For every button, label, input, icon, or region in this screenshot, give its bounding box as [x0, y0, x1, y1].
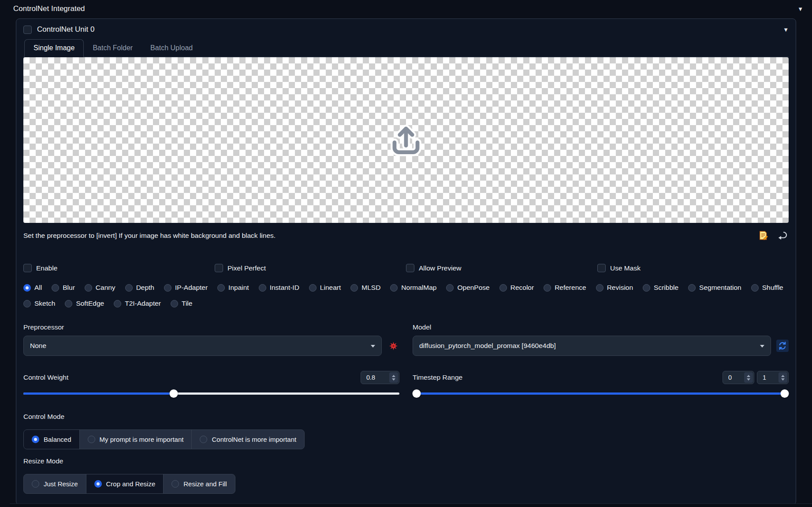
radio-icon	[125, 284, 133, 292]
control-type-blur[interactable]: Blur	[52, 284, 75, 292]
control-type-scribble[interactable]: Scribble	[643, 284, 678, 292]
radio-icon	[164, 284, 171, 292]
radio-label: Instant-ID	[270, 284, 299, 292]
edit-note-icon[interactable]	[758, 230, 769, 241]
preprocessor-column: Preprocessor None	[23, 323, 399, 356]
control-type-shuffle[interactable]: Shuffle	[751, 284, 783, 292]
tab-single-image[interactable]: Single Image	[24, 39, 84, 57]
model-value: diffusion_pytorch_model_promax [9460e4db…	[419, 342, 556, 350]
timestep-range-column: Timestep Range 0 1	[413, 356, 789, 398]
control-weight-value: 0.8	[362, 372, 379, 383]
checkbox-box[interactable]	[23, 264, 32, 272]
checkbox-use-mask[interactable]: Use Mask	[597, 264, 789, 272]
model-label: Model	[413, 323, 789, 331]
resize-mode-crop-and-resize[interactable]: Crop and Resize	[86, 474, 164, 493]
model-dropdown[interactable]: diffusion_pytorch_model_promax [9460e4db…	[413, 336, 771, 356]
control-type-openpose[interactable]: OpenPose	[446, 284, 489, 292]
slider-handle[interactable]	[170, 389, 178, 398]
control-weight-input[interactable]: 0.8	[361, 371, 399, 384]
radio-label: IP-Adapter	[175, 284, 208, 292]
unit-enable-checkbox[interactable]	[23, 26, 32, 34]
radio-label: Inpaint	[228, 284, 249, 292]
radio-icon	[171, 480, 179, 488]
timestep-start-stepper[interactable]	[744, 372, 753, 383]
control-type-recolor[interactable]: Recolor	[499, 284, 534, 292]
radio-icon	[32, 480, 39, 488]
step-down-icon[interactable]	[781, 378, 785, 382]
control-type-sketch[interactable]: Sketch	[23, 300, 55, 307]
radio-icon	[88, 436, 95, 443]
step-down-icon[interactable]	[747, 378, 750, 382]
checkbox-box[interactable]	[597, 264, 606, 272]
control-mode-balanced[interactable]: Balanced	[24, 430, 80, 449]
control-type-lineart[interactable]: Lineart	[309, 284, 341, 292]
step-up-icon[interactable]	[747, 373, 750, 377]
radio-icon	[499, 284, 507, 292]
radio-label: MLSD	[361, 284, 380, 292]
step-up-icon[interactable]	[781, 373, 785, 377]
slider-fill	[23, 392, 174, 395]
timestep-range-slider[interactable]	[413, 389, 789, 398]
control-type-softedge[interactable]: SoftEdge	[65, 300, 104, 307]
control-type-inpaint[interactable]: Inpaint	[217, 284, 249, 292]
control-mode-my-prompt-is-more-important[interactable]: My prompt is more important	[80, 430, 192, 449]
refresh-models-icon[interactable]	[776, 340, 789, 352]
radio-label: Canny	[96, 284, 115, 292]
controlnet-accordion-header[interactable]: ControlNet Integrated ▼	[0, 0, 812, 16]
control-type-segmentation[interactable]: Segmentation	[688, 284, 741, 292]
control-type-normalmap[interactable]: NormalMap	[390, 284, 436, 292]
control-type-depth[interactable]: Depth	[125, 284, 154, 292]
control-mode-label: Control Mode	[23, 413, 789, 421]
tab-batch-upload[interactable]: Batch Upload	[142, 40, 201, 57]
checkbox-allow-preview[interactable]: Allow Preview	[406, 264, 597, 272]
radio-label: NormalMap	[401, 284, 436, 292]
checkbox-box[interactable]	[215, 264, 223, 272]
control-type-tile[interactable]: Tile	[171, 300, 192, 307]
control-weight-column: Control Weight 0.8	[23, 356, 399, 398]
controlnet-unit-panel: ControlNet Unit 0 ▼ Single ImageBatch Fo…	[16, 19, 796, 505]
control-type-all[interactable]: All	[23, 284, 42, 292]
control-mode-controlnet-is-more-important[interactable]: ControlNet is more important	[192, 430, 304, 449]
resize-mode-resize-and-fill[interactable]: Resize and Fill	[164, 474, 235, 493]
preprocessor-value: None	[30, 342, 46, 350]
checkbox-enable[interactable]: Enable	[23, 264, 215, 272]
unit-collapse-icon[interactable]: ▼	[783, 27, 789, 33]
checkbox-label: Pixel Perfect	[227, 264, 266, 272]
tab-batch-folder[interactable]: Batch Folder	[84, 40, 142, 57]
preprocessor-model-row: Preprocessor None Model diffusion_pytor	[23, 323, 789, 356]
step-up-icon[interactable]	[392, 373, 395, 377]
accordion-collapse-icon[interactable]: ▼	[797, 6, 803, 12]
upload-arrow-tray-icon	[386, 120, 426, 160]
control-type-revision[interactable]: Revision	[596, 284, 633, 292]
radio-label: Segmentation	[699, 284, 741, 292]
control-type-ip-adapter[interactable]: IP-Adapter	[164, 284, 208, 292]
accordion-title: ControlNet Integrated	[13, 4, 85, 13]
image-upload-dropzone[interactable]	[23, 57, 789, 223]
control-type-canny[interactable]: Canny	[85, 284, 115, 292]
radio-icon	[171, 300, 178, 307]
control-weight-stepper[interactable]	[389, 372, 398, 383]
checkbox-box[interactable]	[406, 264, 414, 272]
control-type-mlsd[interactable]: MLSD	[350, 284, 380, 292]
timestep-end-input[interactable]: 1	[757, 371, 789, 384]
resize-mode-just-resize[interactable]: Just Resize	[24, 474, 86, 493]
radio-icon	[350, 284, 358, 292]
control-weight-slider[interactable]	[23, 389, 399, 398]
step-down-icon[interactable]	[392, 378, 395, 382]
radio-icon	[65, 300, 72, 307]
control-mode-group: BalancedMy prompt is more importantContr…	[23, 429, 305, 449]
control-type-reference[interactable]: Reference	[544, 284, 586, 292]
checkbox-pixel-perfect[interactable]: Pixel Perfect	[215, 264, 406, 272]
radio-label: All	[34, 284, 42, 292]
radio-label: T2I-Adapter	[125, 300, 161, 307]
timestep-end-stepper[interactable]	[778, 372, 787, 383]
preprocessor-dropdown[interactable]: None	[23, 336, 382, 356]
slider-handle-start[interactable]	[412, 389, 421, 398]
checkbox-label: Use Mask	[610, 264, 641, 272]
control-type-instant-id[interactable]: Instant-ID	[259, 284, 299, 292]
run-preprocessor-burst-icon[interactable]	[387, 340, 399, 352]
control-type-t2i-adapter[interactable]: T2I-Adapter	[114, 300, 161, 307]
timestep-start-input[interactable]: 0	[723, 371, 754, 384]
undo-arrow-icon[interactable]	[777, 230, 787, 241]
slider-handle-end[interactable]	[781, 389, 789, 398]
